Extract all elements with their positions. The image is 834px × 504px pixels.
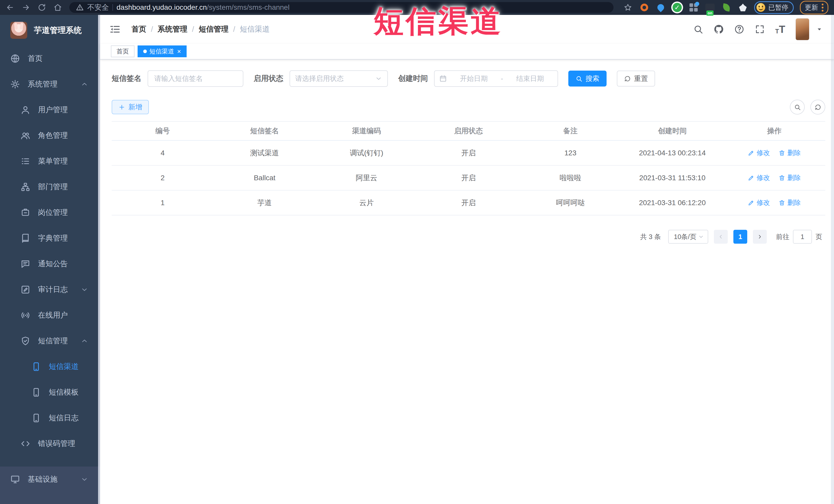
browser-home-icon[interactable]	[53, 3, 62, 12]
sidebar-item-home[interactable]: 首页	[0, 46, 100, 71]
sidebar-item-online-user[interactable]: 在线用户	[0, 303, 100, 328]
cell-actions: 修改删除	[723, 173, 825, 182]
sidebar-item-role[interactable]: 角色管理	[0, 123, 100, 148]
search-icon[interactable]	[693, 24, 703, 35]
cell-remark: 啦啦啦	[520, 173, 621, 183]
sidebar-item-post[interactable]: 岗位管理	[0, 200, 100, 225]
breadcrumb-item[interactable]: 首页	[131, 24, 146, 35]
bookmark-star-icon[interactable]	[623, 2, 633, 13]
sidebar-item-user[interactable]: 用户管理	[0, 97, 100, 123]
sidebar-item-system[interactable]: 系统管理	[0, 71, 100, 97]
column-header: 备注	[520, 126, 621, 136]
sidebar-item-dept[interactable]: 部门管理	[0, 174, 100, 200]
sidebar-item-sms-template[interactable]: 短信模板	[0, 379, 100, 405]
browser-menu-icon[interactable]	[822, 4, 824, 12]
address-bar[interactable]: 不安全 dashboard.yudao.iocoder.cn/system/sm…	[69, 2, 614, 13]
edit-link[interactable]: 修改	[748, 198, 770, 207]
date-range-picker[interactable]: 开始日期 - 结束日期	[434, 70, 558, 87]
sidebar-item-dict[interactable]: 字典管理	[0, 225, 100, 251]
plus-icon	[118, 104, 125, 111]
cell-created: 2021-04-13 00:23:14	[621, 149, 723, 157]
help-icon[interactable]	[734, 24, 744, 35]
sidebar-item-label: 字典管理	[38, 233, 68, 243]
sidebar-item-notice[interactable]: 通知公告	[0, 251, 100, 277]
sidebar-item-infra[interactable]: 基础设施	[0, 466, 100, 492]
sms-shield-icon	[21, 336, 30, 346]
sidebar-item-label: 审计日志	[38, 284, 68, 295]
add-button[interactable]: 新增	[112, 100, 149, 114]
sidebar-scrollbar[interactable]	[98, 15, 100, 504]
extension-leaf-icon[interactable]	[721, 2, 731, 13]
browser-update-button[interactable]: 更新	[800, 1, 828, 14]
browser-back-icon[interactable]	[6, 3, 14, 12]
url-text: dashboard.yudao.iocoder.cn/system/sms/sm…	[116, 3, 289, 12]
status-placeholder: 请选择启用状态	[295, 74, 375, 83]
sidebar-item-label: 在线用户	[38, 310, 68, 321]
sidebar-item-label: 角色管理	[38, 130, 68, 141]
main-area: 首页/系统管理/短信管理/短信渠道 TT 首页短信渠道× 短信签名	[100, 15, 834, 504]
font-size-icon[interactable]: TT	[775, 24, 785, 35]
extension-blue-drop-icon[interactable]	[656, 2, 666, 13]
avatar[interactable]	[795, 18, 809, 40]
reset-button[interactable]: 重置	[617, 71, 655, 87]
close-tab-icon[interactable]: ×	[177, 48, 181, 55]
filter-form: 短信签名 启用状态 请选择启用状态 创建时间	[112, 70, 825, 87]
edit-link[interactable]: 修改	[748, 148, 770, 157]
sidebar-item-sms-channel[interactable]: 短信渠道	[0, 354, 100, 379]
tab-短信渠道[interactable]: 短信渠道×	[137, 45, 186, 57]
extension-dark-on-icon[interactable]: on	[705, 2, 715, 13]
edit-link[interactable]: 修改	[748, 173, 770, 182]
delete-link[interactable]: 删除	[778, 148, 800, 157]
breadcrumb-item[interactable]: 系统管理	[158, 24, 188, 35]
extension-puzzle-icon[interactable]	[738, 2, 748, 13]
sidebar-item-label: 系统管理	[28, 79, 58, 89]
chevron-down-icon	[81, 286, 88, 293]
github-icon[interactable]	[714, 24, 724, 35]
breadcrumb-item[interactable]: 短信管理	[199, 24, 228, 35]
extension-orange-ring-icon[interactable]	[639, 2, 650, 13]
cell-sign: 测试渠道	[214, 148, 315, 158]
sidebar-item-menu[interactable]: 菜单管理	[0, 148, 100, 174]
sidebar-item-error-code[interactable]: 错误码管理	[0, 431, 100, 457]
refresh-table-button[interactable]	[810, 100, 825, 114]
current-page-button[interactable]: 1	[733, 230, 747, 244]
extension-green-check-icon[interactable]: ✓	[672, 2, 682, 13]
sidebar-item-sms[interactable]: 短信管理	[0, 328, 100, 354]
chevron-left-icon	[718, 234, 724, 240]
toggle-search-button[interactable]	[790, 100, 805, 114]
dictionary-icon	[21, 234, 30, 243]
goto-page-input[interactable]	[793, 230, 812, 244]
page-size-select[interactable]: 10条/页	[668, 230, 708, 244]
avatar-caret-icon[interactable]	[816, 26, 823, 32]
next-page-button[interactable]	[753, 230, 767, 244]
paused-extension-badge[interactable]: 已暂停	[754, 1, 794, 14]
sidebar-item-label: 短信管理	[38, 336, 68, 346]
search-button[interactable]: 搜索	[568, 71, 607, 87]
column-header: 渠道编码	[315, 126, 417, 136]
sidebar-menu: 首页系统管理用户管理角色管理菜单管理部门管理岗位管理字典管理通知公告审计日志在线…	[0, 46, 100, 457]
tab-首页[interactable]: 首页	[111, 45, 134, 57]
prev-page-button[interactable]	[714, 230, 728, 244]
fullscreen-icon[interactable]	[755, 24, 765, 35]
browser-reload-icon[interactable]	[38, 3, 46, 12]
sign-input[interactable]	[148, 70, 243, 87]
collapse-sidebar-icon[interactable]	[109, 24, 120, 35]
cell-id: 1	[112, 199, 214, 207]
cell-sign: Ballcat	[214, 174, 315, 182]
extension-grid-icon[interactable]	[688, 2, 699, 13]
sidebar-item-label: 短信模板	[49, 387, 79, 397]
delete-link[interactable]: 删除	[778, 173, 800, 182]
cell-code: 调试(钉钉)	[315, 148, 417, 158]
browser-forward-icon[interactable]	[22, 3, 30, 12]
table-body: 4测试渠道调试(钉钉)开启1232021-04-13 00:23:14修改删除2…	[112, 141, 825, 215]
sidebar-item-audit-log[interactable]: 审计日志	[0, 277, 100, 303]
search-icon	[794, 104, 801, 111]
sidebar-item-sms-log[interactable]: 短信日志	[0, 405, 100, 431]
app-logo-row[interactable]: 芋道管理系统	[0, 15, 100, 46]
time-label: 创建时间	[398, 73, 428, 84]
page-scrollbar[interactable]	[831, 15, 834, 504]
chevron-down-icon	[81, 476, 88, 483]
total-count: 共 3 条	[640, 232, 661, 241]
status-select[interactable]: 请选择启用状态	[289, 70, 388, 87]
delete-link[interactable]: 删除	[778, 198, 800, 207]
